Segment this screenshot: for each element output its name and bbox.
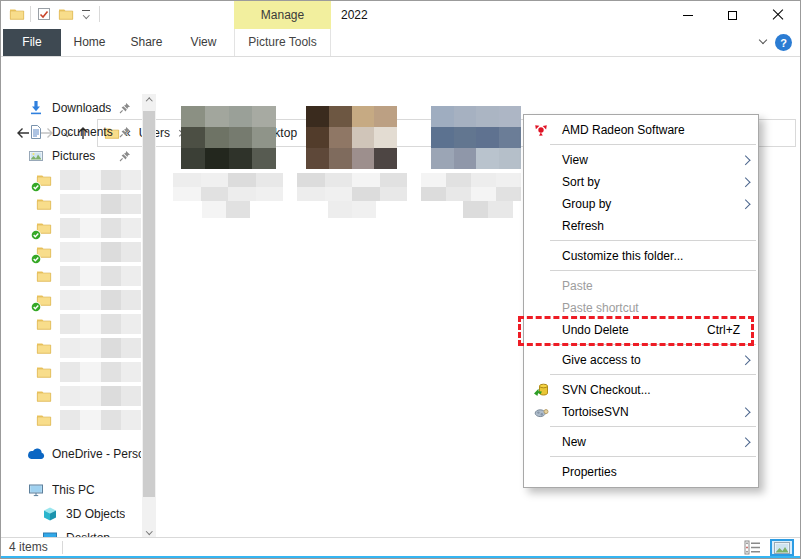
pin-icon[interactable] bbox=[119, 102, 131, 114]
sidebar-item-pictures[interactable]: Pictures bbox=[1, 144, 141, 168]
menu-item-label: Give access to bbox=[562, 353, 641, 367]
submenu-arrow-icon bbox=[740, 156, 749, 165]
customize-this-folder-menu-item[interactable]: Customize this folder... bbox=[524, 245, 758, 267]
app-folder-icon[interactable] bbox=[9, 6, 25, 22]
menu-separator bbox=[550, 270, 756, 271]
documents-icon bbox=[27, 123, 45, 141]
thumbnail-pixel bbox=[431, 106, 454, 127]
maximize-icon bbox=[728, 11, 737, 20]
menu-separator bbox=[550, 240, 756, 241]
sidebar-item-redacted[interactable] bbox=[1, 240, 141, 264]
amd-radeon-software-menu-item[interactable]: AMD Radeon Software bbox=[524, 119, 758, 141]
maximize-button[interactable] bbox=[710, 1, 755, 29]
thumbnail-pixel bbox=[252, 127, 276, 148]
redacted-label bbox=[60, 386, 141, 406]
undo-delete-menu-item[interactable]: Undo DeleteCtrl+Z bbox=[524, 319, 758, 341]
manage-contextual-tab[interactable]: Manage bbox=[234, 1, 331, 29]
thumbnail-pixel bbox=[374, 148, 397, 169]
sidebar-scrollbar[interactable] bbox=[142, 94, 156, 539]
pin-icon[interactable] bbox=[119, 150, 131, 162]
tab-view[interactable]: View bbox=[175, 29, 232, 56]
scrollbar-thumb[interactable] bbox=[143, 111, 155, 497]
properties-check-icon[interactable] bbox=[36, 6, 52, 22]
status-bar: 4 items bbox=[1, 537, 800, 556]
sidebar-item-documents[interactable]: Documents bbox=[1, 120, 141, 144]
menu-item-label: SVN Checkout... bbox=[562, 383, 651, 397]
redacted-label bbox=[60, 266, 141, 286]
file-thumbnail[interactable] bbox=[306, 106, 397, 169]
sidebar-item-redacted[interactable] bbox=[1, 312, 141, 336]
thumbnail-pixel bbox=[499, 127, 522, 148]
tab-picture-tools[interactable]: Picture Tools bbox=[234, 29, 331, 56]
thumbnail-pixel bbox=[352, 127, 375, 148]
title-bar: Manage 2022 bbox=[1, 1, 800, 29]
svn-checkout-icon bbox=[533, 382, 549, 398]
minimize-button[interactable] bbox=[665, 1, 710, 29]
check-badge-icon bbox=[31, 181, 41, 191]
amd-radeon-icon bbox=[533, 122, 549, 138]
tab-home[interactable]: Home bbox=[61, 29, 118, 56]
qat-dropdown-icon[interactable] bbox=[78, 6, 94, 22]
sidebar-item-redacted[interactable] bbox=[1, 384, 141, 408]
thumbnail-pixel bbox=[229, 148, 253, 169]
tab-share[interactable]: Share bbox=[118, 29, 175, 56]
tortoisesvn-icon bbox=[533, 404, 549, 420]
menu-separator bbox=[550, 426, 756, 427]
sidebar-item-downloads[interactable]: Downloads bbox=[1, 96, 141, 120]
submenu-arrow-icon bbox=[740, 408, 749, 417]
svn-checkout-menu-item[interactable]: SVN Checkout... bbox=[524, 379, 758, 401]
thumbnail-pixel bbox=[329, 106, 352, 127]
new-folder-icon[interactable] bbox=[58, 6, 74, 22]
folder-icon bbox=[35, 171, 53, 189]
sidebar-item-this-pc[interactable]: This PC bbox=[1, 478, 141, 502]
tortoisesvn-menu-item[interactable]: TortoiseSVN bbox=[524, 401, 758, 423]
thumbnail-pixel bbox=[374, 106, 397, 127]
thumbnail-pixel bbox=[181, 148, 205, 169]
close-button[interactable] bbox=[755, 1, 800, 29]
sidebar-item-redacted[interactable] bbox=[1, 216, 141, 240]
explorer-window: Manage 2022 FileHomeShareView Picture To… bbox=[0, 0, 801, 559]
sidebar-item-redacted[interactable] bbox=[1, 408, 141, 432]
sidebar-item-redacted[interactable] bbox=[1, 360, 141, 384]
thumbnail-pixel bbox=[454, 106, 477, 127]
properties-menu-item[interactable]: Properties bbox=[524, 461, 758, 483]
thumbnail-pixel bbox=[329, 127, 352, 148]
menu-separator bbox=[550, 374, 756, 375]
sidebar-item-redacted[interactable] bbox=[1, 288, 141, 312]
refresh-menu-item[interactable]: Refresh bbox=[524, 215, 758, 237]
group-by-menu-item[interactable]: Group by bbox=[524, 193, 758, 215]
redacted-label bbox=[60, 170, 141, 190]
help-icon[interactable]: ? bbox=[775, 34, 792, 51]
sidebar-item-3d-objects[interactable]: 3D Objects bbox=[1, 502, 141, 526]
item-count: 4 items bbox=[9, 540, 48, 554]
menu-item-label: Properties bbox=[562, 465, 617, 479]
give-access-to-menu-item[interactable]: Give access to bbox=[524, 349, 758, 371]
thumbnail-pixel bbox=[252, 148, 276, 169]
window-bottom-edge bbox=[1, 556, 800, 558]
onedrive-icon bbox=[27, 445, 45, 463]
sort-by-menu-item[interactable]: Sort by bbox=[524, 171, 758, 193]
sidebar-item-redacted[interactable] bbox=[1, 192, 141, 216]
ribbon-tab-row: FileHomeShareView bbox=[1, 29, 800, 57]
tab-file[interactable]: File bbox=[3, 29, 61, 56]
thumbnail-pixel bbox=[499, 148, 522, 169]
file-thumbnail[interactable] bbox=[431, 106, 521, 169]
menu-separator bbox=[550, 144, 756, 145]
details-view-icon[interactable] bbox=[744, 540, 762, 555]
check-badge-icon bbox=[31, 229, 41, 239]
folder-icon bbox=[35, 267, 53, 285]
scroll-up-icon[interactable] bbox=[142, 94, 156, 109]
thumbnail-view-icon[interactable] bbox=[770, 539, 794, 556]
folder-icon bbox=[35, 387, 53, 405]
menu-separator bbox=[550, 344, 756, 345]
pin-icon[interactable] bbox=[119, 126, 131, 138]
sidebar-item-redacted[interactable] bbox=[1, 336, 141, 360]
sidebar-item-redacted[interactable] bbox=[1, 264, 141, 288]
sidebar-item-label: Downloads bbox=[52, 101, 111, 115]
file-thumbnail[interactable] bbox=[181, 106, 276, 169]
sidebar-item-onedrive-persor[interactable]: OneDrive - Persor bbox=[1, 442, 141, 466]
view-menu-item[interactable]: View bbox=[524, 149, 758, 171]
thumbnail-pixel bbox=[352, 106, 375, 127]
new-menu-item[interactable]: New bbox=[524, 431, 758, 453]
sidebar-item-redacted[interactable] bbox=[1, 168, 141, 192]
